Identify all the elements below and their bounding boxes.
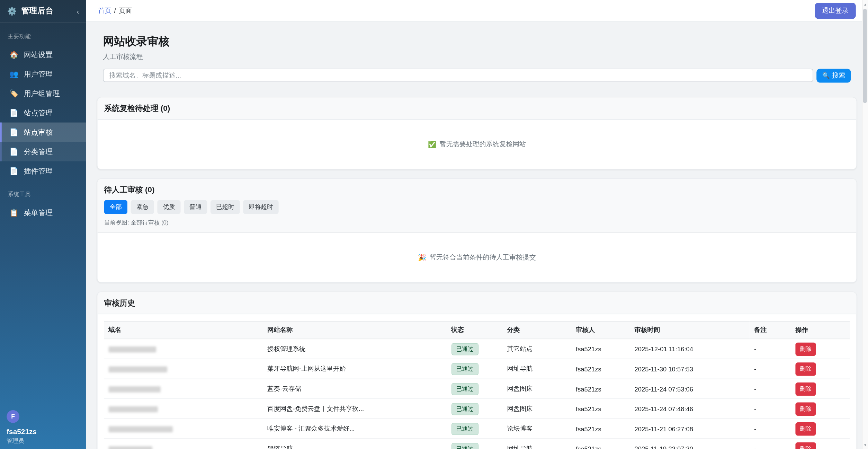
- scroll-up-icon[interactable]: ▲: [862, 1, 868, 8]
- pending-empty-message: 暂无符合当前条件的待人工审核提交: [430, 253, 536, 262]
- review-time-cell: 2025-11-19 23:07:30: [630, 439, 750, 449]
- category-cell: 网址导航: [503, 359, 572, 379]
- search-input[interactable]: [103, 69, 813, 82]
- review-time-cell: 2025-11-24 07:53:06: [630, 379, 750, 399]
- breadcrumb-home-link[interactable]: 首页: [98, 6, 111, 15]
- sidebar-item-icon: 👥: [9, 70, 18, 78]
- delete-button[interactable]: 删除: [795, 382, 816, 395]
- status-badge: 已通过: [451, 403, 478, 415]
- review-time-cell: 2025-12-01 11:16:04: [630, 339, 750, 359]
- current-view-label: 当前视图: 全部待审核 (0): [104, 219, 850, 227]
- sidebar-item-icon: 📄: [9, 128, 18, 137]
- status-badge: 已通过: [451, 363, 478, 375]
- history-card-title: 审核历史: [104, 298, 135, 307]
- delete-button[interactable]: 删除: [795, 362, 816, 376]
- sidebar-brand: ⚙️ 管理后台 ‹: [0, 0, 86, 23]
- breadcrumb-current: 页面: [119, 6, 132, 15]
- sidebar-item[interactable]: 📄分类管理: [0, 142, 86, 161]
- category-cell: 网盘图床: [503, 399, 572, 419]
- site-name: 聚链导航: [267, 445, 293, 449]
- filter-button[interactable]: 普通: [184, 200, 207, 214]
- sidebar-item[interactable]: 📄站点审核: [0, 123, 86, 142]
- table-row: 百度网盘-免费云盘丨文件共享软...已通过网盘图床fsa521zs2025-11…: [104, 399, 850, 419]
- app-window: ⚙️ 管理后台 ‹ 主要功能🏠网站设置👥用户管理🏷️用户组管理📄站点管理📄站点审…: [0, 0, 868, 449]
- scroll-down-icon[interactable]: ▼: [862, 441, 868, 448]
- filter-button[interactable]: 紧急: [131, 200, 154, 214]
- history-card-header: 审核历史: [98, 292, 857, 314]
- sidebar-collapse-button[interactable]: ‹: [76, 8, 80, 15]
- sidebar-item-icon: 🏠: [9, 51, 18, 59]
- reviewer-cell: fsa521zs: [571, 399, 630, 419]
- delete-button[interactable]: 删除: [795, 402, 816, 415]
- sidebar-item-icon: 📄: [9, 148, 18, 156]
- search-icon: 🔍: [822, 72, 830, 79]
- site-name: 蓝奏·云存储: [267, 385, 301, 392]
- user-name: fsa521zs: [7, 427, 79, 435]
- note-cell: -: [750, 439, 791, 449]
- search-button[interactable]: 🔍 搜索: [817, 69, 851, 82]
- category-cell: 其它站点: [503, 339, 572, 359]
- filter-button[interactable]: 已超时: [211, 200, 240, 214]
- status-badge: 已通过: [451, 383, 478, 395]
- sidebar-item[interactable]: 📄插件管理: [0, 161, 86, 181]
- sidebar-item-label: 插件管理: [24, 166, 53, 176]
- delete-button[interactable]: 删除: [795, 442, 816, 449]
- history-table-wrap: 域名网站名称状态分类审核人审核时间备注操作 授权管理系统已通过其它站点fsa52…: [98, 314, 857, 449]
- pending-empty-state: 🎉 暂无符合当前条件的待人工审核提交: [98, 233, 857, 282]
- history-column-header: 网站名称: [263, 321, 447, 339]
- reviewer-cell: fsa521zs: [571, 339, 630, 359]
- pending-review-title: 待人工审核 (0): [104, 185, 155, 194]
- sidebar-item-icon: 📄: [9, 167, 18, 175]
- logout-button[interactable]: 退出登录: [815, 2, 856, 18]
- sidebar-item-label: 菜单管理: [24, 208, 53, 218]
- history-card: 审核历史 域名网站名称状态分类审核人审核时间备注操作 授权管理系统已通过其它站点…: [97, 292, 857, 449]
- user-avatar[interactable]: F: [7, 410, 19, 423]
- table-row: 蓝奏·云存储已通过网盘图床fsa521zs2025-11-24 07:53:06…: [104, 379, 850, 399]
- sidebar-section-label: 系统工具: [0, 181, 86, 203]
- sidebar-nav: 主要功能🏠网站设置👥用户管理🏷️用户组管理📄站点管理📄站点审核📄分类管理📄插件管…: [0, 23, 86, 222]
- sidebar-item[interactable]: 📋菜单管理: [0, 203, 86, 222]
- reviewer-cell: fsa521zs: [571, 359, 630, 379]
- table-row: 授权管理系统已通过其它站点fsa521zs2025-12-01 11:16:04…: [104, 339, 850, 359]
- redacted-domain: [109, 406, 158, 412]
- main-area: 首页 / 页面 退出登录 网站收录审核 人工审核流程 🔍 搜索 系: [86, 0, 868, 449]
- site-name: 菜牙导航网-上网从这里开始: [267, 365, 346, 372]
- filter-button[interactable]: 优质: [157, 200, 180, 214]
- review-time-cell: 2025-11-21 06:27:08: [630, 419, 750, 439]
- review-time-cell: 2025-11-30 10:57:53: [630, 359, 750, 379]
- sidebar: ⚙️ 管理后台 ‹ 主要功能🏠网站设置👥用户管理🏷️用户组管理📄站点管理📄站点审…: [0, 0, 86, 449]
- status-badge: 已通过: [451, 343, 478, 355]
- filter-button[interactable]: 即将超时: [243, 200, 278, 214]
- category-cell: 论坛博客: [503, 419, 572, 439]
- main-scrollbar[interactable]: ▲ ▼: [862, 0, 868, 449]
- note-cell: -: [750, 419, 791, 439]
- page-content: 网站收录审核 人工审核流程 🔍 搜索 系统复检待处理 (0) ✅ 暂无需要处理的…: [86, 21, 868, 449]
- user-role: 管理员: [7, 437, 79, 445]
- sidebar-item-label: 分类管理: [24, 147, 53, 157]
- scrollbar-thumb[interactable]: [863, 9, 867, 103]
- redacted-domain: [109, 366, 168, 372]
- sidebar-item-label: 站点审核: [24, 127, 53, 137]
- sidebar-item-icon: 🏷️: [9, 89, 18, 98]
- sidebar-item[interactable]: 🏷️用户组管理: [0, 84, 86, 103]
- sidebar-item[interactable]: 📄站点管理: [0, 103, 86, 123]
- recheck-card: 系统复检待处理 (0) ✅ 暂无需要处理的系统复检网站: [97, 97, 857, 170]
- delete-button[interactable]: 删除: [795, 422, 816, 435]
- note-cell: -: [750, 339, 791, 359]
- site-name: 百度网盘-免费云盘丨文件共享软...: [267, 405, 364, 412]
- recheck-empty-message: 暂无需要处理的系统复检网站: [439, 140, 526, 149]
- delete-button[interactable]: 删除: [795, 342, 816, 355]
- sidebar-item-label: 网站设置: [24, 50, 53, 60]
- check-icon: ✅: [428, 141, 436, 148]
- history-column-header: 分类: [503, 321, 572, 339]
- filter-button[interactable]: 全部: [104, 200, 127, 214]
- party-icon: 🎉: [418, 254, 426, 261]
- review-time-cell: 2025-11-24 07:48:46: [630, 399, 750, 419]
- app-title: 管理后台: [21, 6, 71, 16]
- sidebar-item[interactable]: 👥用户管理: [0, 64, 86, 84]
- reviewer-cell: fsa521zs: [571, 379, 630, 399]
- gear-icon: ⚙️: [7, 7, 17, 15]
- pending-review-header: 待人工审核 (0) 全部紧急优质普通已超时即将超时 当前视图: 全部待审核 (0…: [98, 179, 857, 233]
- history-column-header: 审核人: [571, 321, 630, 339]
- sidebar-item[interactable]: 🏠网站设置: [0, 45, 86, 64]
